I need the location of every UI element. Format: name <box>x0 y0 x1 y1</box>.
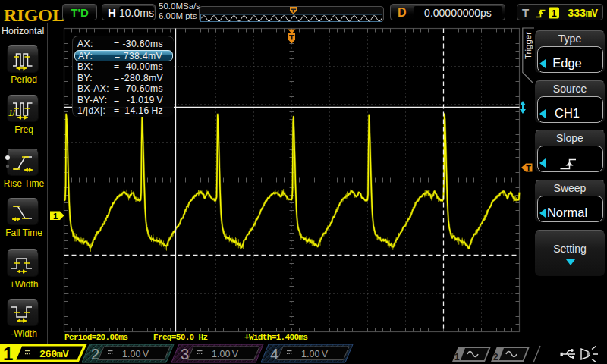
svg-text:1.00 V: 1.00 V <box>301 349 329 359</box>
svg-text:1: 1 <box>454 352 460 362</box>
svg-text:260mV: 260mV <box>39 349 69 360</box>
svg-text:1.00 V: 1.00 V <box>212 349 239 359</box>
svg-text:2: 2 <box>493 352 498 362</box>
svg-text:1: 1 <box>53 212 58 221</box>
svg-text:2: 2 <box>91 346 99 362</box>
svg-text:1: 1 <box>3 344 13 364</box>
svg-text:3: 3 <box>181 346 189 362</box>
svg-text:1.00 V: 1.00 V <box>122 349 149 359</box>
svg-text:Trigger: Trigger <box>524 32 533 59</box>
svg-text:4: 4 <box>270 346 278 362</box>
